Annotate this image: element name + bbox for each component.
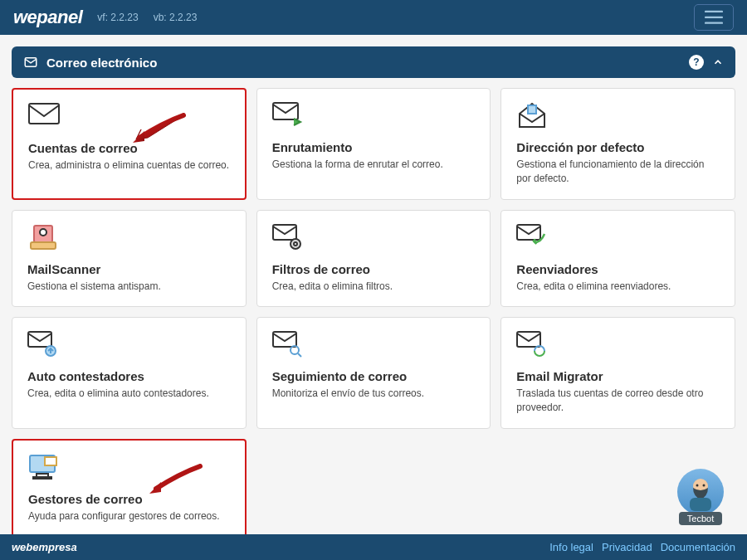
footer: webempresa Info legal Privacidad Documen… [0, 534, 747, 560]
envelope-home-icon [516, 102, 720, 132]
tecbot-label: Tecbot [679, 512, 722, 525]
hamburger-menu-button[interactable] [694, 4, 734, 31]
section-title: Correo electrónico [46, 56, 157, 70]
monitor-mail-icon [28, 454, 230, 484]
svg-rect-1 [705, 17, 723, 18]
card-desc: Traslada tus cuentas de correo desde otr… [516, 387, 720, 415]
envelope-reply-icon [516, 224, 720, 254]
svg-rect-14 [28, 332, 51, 347]
card-desc: Crea, administra o elimina cuentas de co… [28, 158, 230, 173]
svg-point-26 [703, 485, 706, 487]
svg-rect-13 [517, 225, 540, 240]
footer-links: Info legal Privacidad Documentación [549, 541, 735, 553]
card-desc: Crea, edita o elimina auto contestadores… [27, 387, 231, 401]
svg-rect-0 [705, 11, 723, 12]
card-filtros-correo[interactable]: Filtros de correo Crea, edita o elimina … [256, 210, 491, 308]
card-desc: Monitoriza el envío de tus correos. [272, 387, 476, 401]
card-title: Filtros de correo [272, 262, 476, 276]
svg-point-25 [696, 485, 699, 487]
card-email-migrator[interactable]: Email Migrator Traslada tus cuentas de c… [500, 317, 735, 429]
card-title: Gestores de correo [28, 492, 230, 506]
footer-link-docs[interactable]: Documentación [661, 541, 735, 553]
svg-rect-5 [273, 103, 298, 119]
mail-settings-icon [23, 55, 38, 70]
hamburger-icon [705, 10, 723, 25]
envelope-gear-icon [272, 224, 476, 254]
scanner-icon [27, 224, 231, 254]
svg-rect-4 [29, 104, 59, 124]
svg-rect-24 [690, 498, 711, 511]
card-title: Reenviadores [516, 262, 720, 276]
card-auto-contestadores[interactable]: Auto contestadores Crea, edita o elimina… [12, 317, 247, 429]
svg-rect-18 [517, 332, 540, 347]
envelope-search-icon [272, 331, 476, 361]
card-title: Seguimiento de correo [272, 369, 476, 383]
card-desc: Gestiona el sistema antispam. [27, 280, 231, 294]
card-direccion-defecto[interactable]: Dirección por defecto Gestiona el funcio… [500, 88, 735, 200]
card-desc: Gestiona el funcionamiento de la direcci… [516, 158, 720, 186]
footer-link-legal[interactable]: Info legal [549, 541, 593, 553]
svg-rect-22 [45, 457, 56, 465]
version-vf: vf: 2.2.23 [97, 12, 138, 23]
help-icon[interactable]: ? [689, 55, 704, 70]
envelope-sync-icon [516, 331, 720, 361]
card-title: MailScanner [27, 262, 231, 276]
svg-rect-10 [273, 225, 296, 240]
cards-grid: Cuentas de correo Crea, administra o eli… [12, 88, 735, 429]
card-title: Enrutamiento [272, 140, 476, 154]
card-desc: Crea, edita o elimina reenviadores. [516, 280, 720, 294]
card-title: Dirección por defecto [516, 140, 720, 154]
bottom-row: Gestores de correo Ayuda para configurar… [12, 439, 735, 534]
svg-point-8 [40, 229, 46, 236]
svg-rect-9 [31, 242, 56, 249]
chevron-up-icon[interactable] [712, 56, 724, 68]
card-reenviadores[interactable]: Reenviadores Crea, edita o elimina reenv… [500, 210, 735, 308]
tecbot-widget[interactable]: Tecbot [677, 469, 724, 525]
card-gestores-correo[interactable]: Gestores de correo Ayuda para configurar… [12, 439, 247, 534]
envelope-up-icon [27, 331, 231, 361]
card-mailscanner[interactable]: MailScanner Gestiona el sistema antispam… [12, 210, 247, 308]
card-desc: Ayuda para configurar gestores de correo… [28, 509, 230, 523]
navbar-left: wepanel vf: 2.2.23 vb: 2.2.23 [13, 7, 197, 28]
tecbot-avatar-icon [677, 469, 724, 515]
card-title: Email Migrator [516, 369, 720, 383]
envelope-forward-icon [272, 102, 476, 132]
svg-rect-16 [273, 332, 296, 347]
card-seguimiento-correo[interactable]: Seguimiento de correo Monitoriza el enví… [256, 317, 491, 429]
main-content: Correo electrónico ? Cuentas de correo C… [0, 35, 747, 534]
svg-point-12 [294, 242, 297, 246]
envelope-icon [28, 103, 230, 133]
card-desc: Crea, edita o elimina filtros. [272, 280, 476, 294]
navbar: wepanel vf: 2.2.23 vb: 2.2.23 [0, 0, 747, 35]
logo[interactable]: wepanel [13, 7, 82, 28]
version-vb: vb: 2.2.23 [154, 12, 198, 23]
card-enrutamiento[interactable]: Enrutamiento Gestiona la forma de enruta… [256, 88, 491, 200]
card-desc: Gestiona la forma de enrutar el correo. [272, 158, 476, 172]
svg-rect-6 [528, 105, 536, 114]
card-title: Cuentas de correo [28, 141, 230, 155]
card-cuentas-correo[interactable]: Cuentas de correo Crea, administra o eli… [12, 88, 247, 200]
footer-link-privacy[interactable]: Privacidad [602, 541, 652, 553]
svg-rect-21 [33, 477, 51, 479]
card-title: Auto contestadores [27, 369, 231, 383]
footer-brand[interactable]: webempresa [12, 541, 77, 553]
section-header-email[interactable]: Correo electrónico ? [12, 46, 735, 78]
svg-rect-2 [705, 22, 723, 24]
